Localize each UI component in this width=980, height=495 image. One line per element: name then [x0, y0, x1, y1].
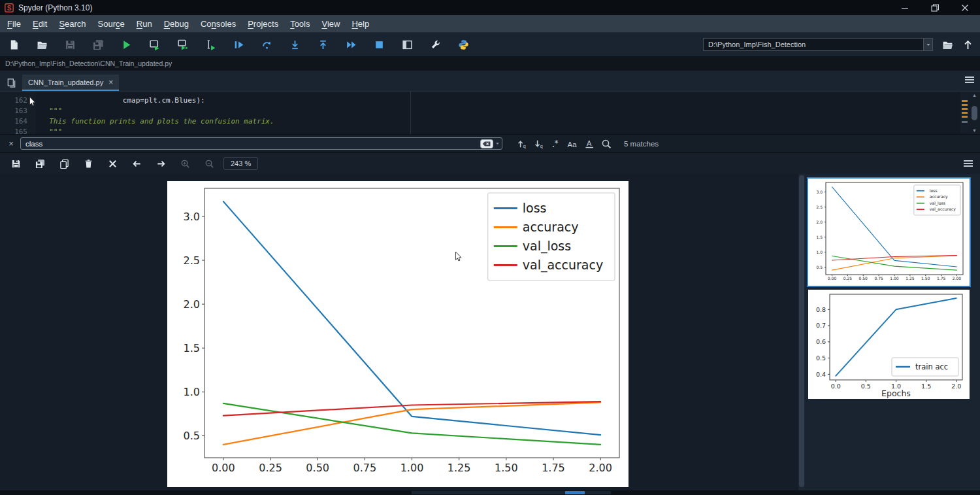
editor-options-menu-button[interactable]	[964, 75, 975, 87]
svg-text:1.50: 1.50	[921, 276, 930, 281]
code-editor[interactable]: 162163164165 cmap=plt.cm.Blues): """ Thi…	[0, 92, 980, 134]
zoom-out-button	[197, 155, 221, 172]
debug-file-button[interactable]	[225, 35, 253, 54]
scroll-up-icon[interactable]: ▲	[972, 93, 977, 97]
pythonpath-manager-button[interactable]	[449, 35, 478, 54]
menu-consoles[interactable]: Consoles	[195, 16, 242, 31]
tab-close-icon[interactable]: ×	[108, 78, 113, 86]
debug-step-return-button[interactable]	[309, 35, 337, 54]
training-history-chart: 0.000.250.500.751.001.251.501.752.000.51…	[167, 181, 629, 487]
menu-projects[interactable]: Projects	[242, 16, 284, 31]
minimize-button[interactable]	[890, 0, 920, 15]
search-input[interactable]: class	[20, 137, 502, 150]
svg-text:0.50: 0.50	[306, 462, 329, 474]
debug-continue-button[interactable]	[337, 35, 365, 54]
svg-text:0.7: 0.7	[816, 322, 826, 329]
find-options: q q .* Aa A	[513, 137, 615, 150]
whole-words-button[interactable]: A	[581, 137, 598, 150]
code-line-162[interactable]: cmap=plt.cm.Blues):	[36, 96, 980, 107]
run-cell-button[interactable]	[140, 35, 169, 54]
tab-cnn-train-updated[interactable]: CNN_Train_updated.py ×	[22, 75, 119, 91]
find-bar: × class q q .* Aa A 5 matches	[0, 134, 980, 152]
next-plot-button[interactable]	[149, 155, 173, 172]
line-number-165: 165	[0, 128, 36, 134]
maximize-pane-button[interactable]	[393, 35, 421, 54]
menu-debug[interactable]: Debug	[158, 16, 195, 31]
run-selection-button[interactable]	[197, 35, 225, 54]
debug-step-into-button[interactable]	[281, 35, 309, 54]
svg-text:*: *	[554, 139, 559, 148]
svg-text:1.00: 1.00	[400, 462, 424, 474]
copy-plot-button[interactable]	[52, 155, 76, 172]
editor-tab-bar: CNN_Train_updated.py ×	[0, 71, 980, 92]
find-next-button[interactable]: q	[530, 137, 547, 150]
menu-file[interactable]: File	[1, 16, 27, 31]
debug-stop-button[interactable]	[365, 35, 393, 54]
plot-canvas: 0.000.250.500.751.001.251.501.752.000.51…	[0, 174, 798, 490]
save-plot-button[interactable]	[4, 155, 28, 172]
plots-options-menu-button[interactable]	[963, 159, 973, 171]
svg-text:0.5: 0.5	[184, 430, 200, 442]
parent-directory-button[interactable]	[962, 39, 973, 50]
find-previous-button[interactable]: q	[513, 137, 530, 150]
menu-search[interactable]: Search	[53, 16, 91, 31]
code-line-164[interactable]: This function prints and plots the confu…	[36, 117, 980, 128]
svg-text:1.00: 1.00	[890, 276, 899, 281]
clear-search-icon[interactable]	[480, 139, 493, 148]
menu-tools[interactable]: Tools	[284, 16, 316, 31]
menu-view[interactable]: View	[316, 16, 346, 31]
scrollbar-thumb[interactable]	[799, 175, 804, 487]
plots-scrollbar[interactable]	[798, 174, 805, 490]
svg-text:S: S	[7, 4, 12, 11]
spyder-logo-icon: S	[5, 3, 14, 12]
preferences-button[interactable]	[421, 35, 449, 54]
code-line-165[interactable]: """	[36, 128, 980, 134]
debug-step-over-button[interactable]	[253, 35, 281, 54]
thumbnail-train-acc[interactable]: 0.00.51.01.52.00.40.50.60.70.8Epochstrai…	[808, 290, 970, 399]
maximize-button[interactable]	[920, 0, 950, 15]
svg-text:0.5: 0.5	[816, 265, 823, 269]
menu-help[interactable]: Help	[346, 16, 375, 31]
previous-plot-button[interactable]	[125, 155, 149, 172]
plots-toolbar-buttons	[4, 155, 221, 172]
remove-plot-button[interactable]	[76, 155, 101, 172]
current-file-path: D:\Python_Imp\Fish_Detection\CNN_Train_u…	[5, 60, 172, 67]
svg-text:1.0: 1.0	[816, 250, 823, 254]
toolbar-buttons	[0, 35, 478, 54]
save-all-plots-button[interactable]	[28, 155, 52, 172]
svg-text:0.00: 0.00	[212, 462, 235, 474]
editor-scrollbar[interactable]: ▲ ▼	[969, 92, 980, 134]
svg-text:0.25: 0.25	[843, 276, 853, 281]
working-directory-combo[interactable]: D:\Python_Imp\Fish_Detection	[703, 38, 933, 51]
search-refresh-button[interactable]	[598, 137, 615, 150]
run-file-button[interactable]	[112, 35, 140, 54]
match-case-button[interactable]: Aa	[564, 137, 581, 150]
svg-text:2.0: 2.0	[184, 298, 200, 311]
code-area[interactable]: cmap=plt.cm.Blues): """ This function pr…	[36, 92, 980, 134]
svg-text:loss: loss	[930, 188, 938, 193]
svg-text:2.00: 2.00	[953, 276, 962, 281]
menu-edit[interactable]: Edit	[27, 16, 53, 31]
run-cell-advance-button[interactable]	[169, 35, 197, 54]
new-file-button[interactable]	[0, 35, 28, 54]
svg-text:0.6: 0.6	[816, 338, 826, 345]
search-history-caret-icon[interactable]	[493, 142, 502, 145]
menu-source[interactable]: Source	[92, 16, 131, 31]
browse-working-directory-button[interactable]	[942, 39, 953, 50]
find-close-button[interactable]: ×	[4, 139, 18, 148]
edge-line	[410, 92, 411, 134]
browse-tabs-button[interactable]	[0, 74, 22, 91]
scroll-down-icon[interactable]: ▼	[972, 128, 977, 133]
scrollbar-thumb[interactable]	[972, 106, 977, 120]
open-file-button[interactable]	[28, 35, 56, 54]
menu-run[interactable]: Run	[131, 16, 158, 31]
code-line-163[interactable]: """	[36, 107, 980, 117]
scroll-flag-column	[960, 92, 969, 133]
thumbnail-training-history[interactable]: 0.000.250.500.751.001.251.501.752.000.51…	[808, 179, 970, 286]
regex-toggle-button[interactable]: .*	[547, 137, 564, 150]
scrollbar-thumb[interactable]	[565, 491, 585, 494]
close-button[interactable]	[950, 0, 980, 15]
remove-all-plots-button[interactable]	[101, 155, 125, 172]
chevron-down-icon[interactable]	[923, 39, 932, 50]
plots-horizontal-scrollbar[interactable]	[412, 491, 611, 494]
